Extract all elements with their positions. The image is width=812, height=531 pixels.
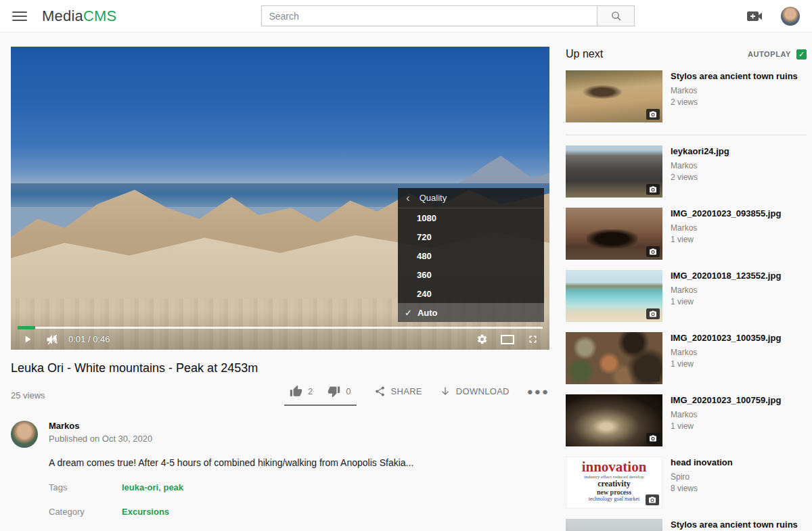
like-button[interactable]: 2 (290, 385, 313, 398)
quality-option-auto[interactable]: ✓Auto (398, 303, 544, 322)
up-next-item[interactable]: IMG_20201023_093855.jpg Markos 1 view (566, 208, 807, 260)
share-button[interactable]: SHARE (374, 386, 422, 397)
video-description: A dream comes true! After 4-5 hours of c… (49, 457, 549, 468)
tags-label: Tags (49, 482, 122, 492)
item-title[interactable]: Stylos area ancient town ruins (671, 71, 798, 82)
brand-logo[interactable]: MediaCMS (42, 7, 116, 25)
search-input[interactable] (261, 5, 597, 26)
theater-mode-button[interactable] (500, 334, 515, 345)
item-author: Markos (671, 161, 729, 171)
thumbnail (566, 332, 662, 384)
camera-icon (646, 184, 660, 195)
item-title[interactable]: head inovation (671, 457, 733, 468)
up-next-item[interactable]: Stylos area ancient town ruins (566, 519, 807, 531)
brand-media: Media (42, 7, 83, 24)
up-next-item[interactable]: leykaori24.jpg Markos 2 views (566, 145, 807, 198)
brand-cms: CMS (83, 7, 117, 24)
quality-option-360[interactable]: 360 (398, 265, 544, 284)
item-author: Markos (671, 223, 781, 233)
thumbnail (566, 70, 662, 122)
item-title[interactable]: IMG_20201023_100359.jpg (671, 333, 781, 344)
up-next-title: Up next (566, 48, 603, 60)
autoplay-label: AUTOPLAY (748, 50, 791, 58)
category-label: Category (49, 507, 122, 517)
thumbnail (566, 145, 662, 198)
user-avatar[interactable] (781, 7, 800, 26)
up-next-item[interactable]: innovation industry effect reduced devel… (566, 457, 807, 509)
item-views: 1 view (671, 297, 781, 307)
like-count: 2 (308, 386, 313, 396)
item-author: Markos (671, 86, 798, 96)
tag-link-leuka-ori[interactable]: leuka-ori (122, 482, 158, 492)
likes-group: 2 0 (284, 385, 356, 406)
item-author: Spiro (671, 472, 733, 482)
camera-icon (646, 246, 660, 257)
category-link[interactable]: Excursions (122, 507, 169, 517)
thumbnail-word-cloud: innovation industry effect reduced devel… (566, 457, 662, 509)
dislike-button[interactable]: 0 (328, 385, 351, 398)
view-count: 25 views (11, 390, 45, 400)
download-button[interactable]: DOWNLOAD (440, 386, 510, 397)
play-button[interactable] (22, 333, 33, 345)
tag-separator: , (158, 482, 161, 492)
author-name[interactable]: Markos (49, 421, 152, 431)
search-icon (610, 10, 622, 22)
item-views: 1 view (671, 421, 781, 432)
thumbnail (566, 208, 662, 260)
player-controls: 0:01 / 0:46 (11, 329, 549, 350)
up-next-sidebar: Up next AUTOPLAY ✓ Stylos area ancient t… (566, 32, 807, 531)
author-avatar[interactable] (11, 421, 38, 448)
item-title[interactable]: IMG_20201023_093855.jpg (671, 208, 781, 219)
fullscreen-button[interactable] (527, 333, 539, 345)
play-icon (22, 333, 33, 345)
fullscreen-icon (527, 333, 539, 345)
thumbnail (566, 270, 662, 322)
download-icon (440, 386, 451, 397)
thumb-down-icon (328, 385, 340, 398)
search-button[interactable] (597, 5, 635, 26)
up-next-item[interactable]: IMG_20201023_100759.jpg Markos 1 view (566, 394, 807, 446)
camera-icon (646, 494, 659, 505)
camera-icon (646, 371, 660, 382)
dislike-count: 0 (346, 386, 351, 396)
top-navbar: MediaCMS (0, 0, 812, 32)
item-title[interactable]: IMG_20201018_123552.jpg (671, 271, 781, 281)
item-views: 8 views (671, 484, 733, 494)
up-next-item[interactable]: IMG_20201023_100359.jpg Markos 1 view (566, 332, 807, 384)
camera-icon (646, 109, 660, 120)
tag-link-peak[interactable]: peak (163, 482, 183, 492)
quality-menu-back[interactable]: ‹ Quality (398, 188, 544, 208)
quality-option-480[interactable]: 480 (398, 246, 544, 265)
settings-button[interactable] (476, 333, 488, 345)
video-title: Leuka Ori - White mountains - Peak at 24… (11, 361, 549, 375)
sidebar-divider (566, 135, 807, 135)
menu-icon[interactable] (12, 11, 27, 21)
autoplay-checkbox[interactable]: ✓ (796, 49, 807, 60)
item-author: Markos (671, 410, 781, 420)
item-title[interactable]: IMG_20201023_100759.jpg (671, 395, 781, 406)
item-views: 1 view (671, 235, 781, 245)
item-title[interactable]: Stylos area ancient town ruins (671, 520, 798, 530)
quality-menu-title: Quality (420, 193, 447, 203)
quality-menu: ‹ Quality 1080 720 480 360 240 ✓Auto (398, 188, 544, 322)
up-next-item[interactable]: Stylos area ancient town ruins Markos 2 … (566, 70, 807, 122)
gear-icon (476, 333, 488, 345)
quality-option-240[interactable]: 240 (398, 284, 544, 303)
thumbnail (566, 394, 662, 446)
upload-media-icon[interactable] (747, 11, 763, 22)
item-title[interactable]: leykaori24.jpg (671, 146, 729, 157)
quality-option-1080[interactable]: 1080 (398, 208, 544, 227)
more-options-icon[interactable]: ●●● (527, 386, 549, 397)
check-icon: ✓ (405, 308, 412, 318)
published-date: Published on Oct 30, 2020 (49, 434, 152, 444)
up-next-item[interactable]: IMG_20201018_123552.jpg Markos 1 view (566, 270, 807, 322)
main-column: ‹ Quality 1080 720 480 360 240 ✓Auto 0:0… (11, 32, 549, 531)
camera-icon (646, 433, 660, 444)
video-player: ‹ Quality 1080 720 480 360 240 ✓Auto 0:0… (11, 47, 549, 350)
like-ratio-bar (284, 405, 356, 406)
mute-button[interactable] (45, 333, 59, 346)
item-author: Markos (671, 285, 781, 296)
item-views: 2 views (671, 172, 729, 183)
thumbnail (566, 519, 662, 531)
quality-option-720[interactable]: 720 (398, 227, 544, 246)
